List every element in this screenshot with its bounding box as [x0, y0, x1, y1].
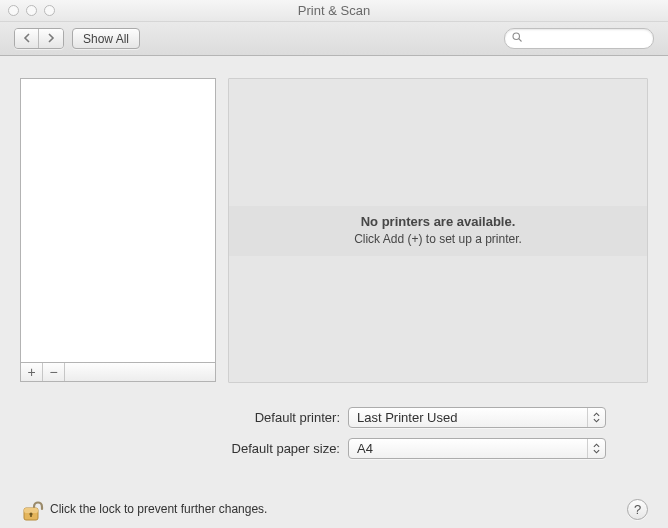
svg-rect-5	[30, 514, 32, 517]
no-printers-message: No printers are available. Click Add (+)…	[229, 206, 647, 256]
lock-hint-text: Click the lock to prevent further change…	[50, 502, 267, 516]
footer: Click the lock to prevent further change…	[0, 479, 668, 528]
updown-arrows-icon	[587, 408, 605, 427]
updown-arrows-icon	[587, 439, 605, 458]
lock-icon[interactable]	[20, 495, 44, 523]
toolbar: Show All	[0, 22, 668, 56]
show-all-label: Show All	[83, 32, 129, 46]
main-row: + − No printers are available. Click Add…	[20, 78, 648, 383]
help-icon: ?	[634, 502, 641, 517]
default-paper-value: A4	[357, 441, 373, 456]
titlebar: Print & Scan	[0, 0, 668, 22]
chevron-right-icon	[47, 33, 55, 45]
printer-list-controls: + −	[20, 362, 216, 382]
no-printers-line1: No printers are available.	[229, 214, 647, 229]
content-area: + − No printers are available. Click Add…	[0, 56, 668, 479]
back-button[interactable]	[15, 29, 39, 48]
default-printer-select[interactable]: Last Printer Used	[348, 407, 606, 428]
close-window-button[interactable]	[8, 5, 19, 16]
printer-panel: + −	[20, 78, 216, 383]
minus-icon: −	[49, 365, 57, 379]
settings-form: Default printer: Last Printer Used Defau…	[20, 407, 648, 459]
no-printers-line2: Click Add (+) to set up a printer.	[229, 232, 647, 246]
forward-button[interactable]	[39, 29, 63, 48]
default-printer-row: Default printer: Last Printer Used	[20, 407, 648, 428]
search-field-wrap[interactable]	[504, 28, 654, 49]
remove-printer-button[interactable]: −	[43, 363, 65, 381]
default-paper-row: Default paper size: A4	[20, 438, 648, 459]
svg-point-0	[513, 33, 519, 39]
show-all-button[interactable]: Show All	[72, 28, 140, 49]
printer-detail-panel: No printers are available. Click Add (+)…	[228, 78, 648, 383]
svg-line-1	[519, 39, 522, 42]
add-printer-button[interactable]: +	[21, 363, 43, 381]
default-printer-label: Default printer:	[20, 410, 348, 425]
minimize-window-button[interactable]	[26, 5, 37, 16]
svg-rect-3	[24, 508, 38, 513]
window-controls	[0, 5, 55, 16]
default-paper-label: Default paper size:	[20, 441, 348, 456]
window-title: Print & Scan	[0, 3, 668, 18]
search-icon	[511, 31, 523, 46]
default-printer-value: Last Printer Used	[357, 410, 457, 425]
chevron-left-icon	[23, 33, 31, 45]
printer-list[interactable]	[20, 78, 216, 362]
default-paper-select[interactable]: A4	[348, 438, 606, 459]
zoom-window-button[interactable]	[44, 5, 55, 16]
plus-icon: +	[27, 365, 35, 379]
help-button[interactable]: ?	[627, 499, 648, 520]
search-input[interactable]	[527, 31, 668, 47]
nav-buttons	[14, 28, 64, 49]
